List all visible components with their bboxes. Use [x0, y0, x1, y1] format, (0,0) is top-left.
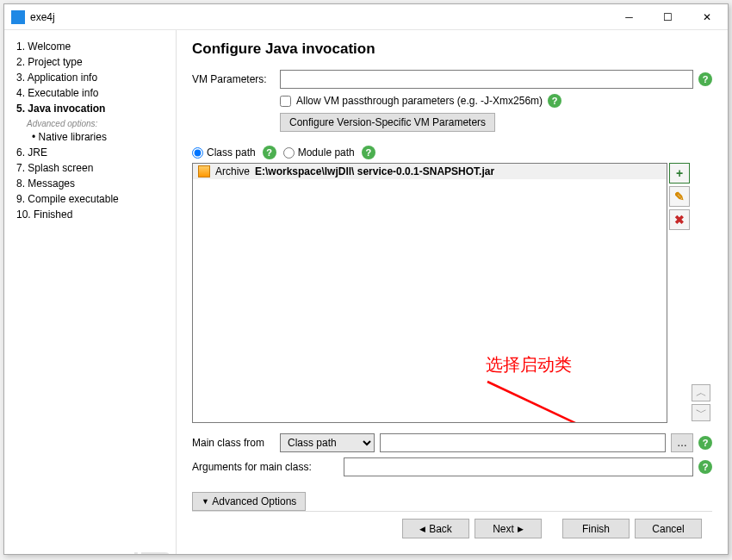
close-button[interactable]: ✕ — [687, 5, 726, 29]
configure-version-vm-button[interactable]: Configure Version-Specific VM Parameters — [280, 113, 495, 132]
help-icon[interactable]: ? — [698, 72, 712, 86]
watermark: exe4j — [127, 549, 171, 554]
archive-path: E:\workspace\lwjDll\ service-0.0.1-SNAPS… — [255, 165, 494, 177]
main-class-label: Main class from — [192, 437, 275, 449]
edit-classpath-button[interactable]: ✎ — [669, 186, 690, 207]
nav-project-type[interactable]: 2. Project type — [11, 54, 169, 70]
archive-prefix: Archive — [215, 165, 250, 177]
footer: ◀Back Next▶ Finish Cancel — [192, 511, 712, 545]
back-button[interactable]: ◀Back — [402, 519, 469, 538]
svg-line-0 — [487, 382, 634, 423]
classpath-listbox[interactable]: Archive E:\workspace\lwjDll\ service-0.0… — [192, 163, 667, 423]
classpath-entry[interactable]: Archive E:\workspace\lwjDll\ service-0.0… — [193, 164, 667, 179]
nav-executable-info[interactable]: 4. Executable info — [11, 85, 169, 101]
page-title: Configure Java invocation — [192, 40, 712, 58]
minimize-button[interactable]: ─ — [610, 5, 648, 29]
help-icon[interactable]: ? — [698, 436, 712, 450]
arguments-input[interactable] — [344, 457, 693, 476]
app-window: exe4j ─ ☐ ✕ 1. Welcome 2. Project type 3… — [3, 3, 729, 555]
nav-java-invocation[interactable]: 5. Java invocation — [11, 101, 169, 116]
vm-passthrough-checkbox[interactable] — [280, 96, 291, 107]
advanced-options-label: Advanced options: — [11, 116, 169, 129]
titlebar: exe4j ─ ☐ ✕ — [4, 4, 728, 30]
body: 1. Welcome 2. Project type 3. Applicatio… — [4, 30, 728, 554]
next-button[interactable]: Next▶ — [475, 519, 542, 538]
main-class-input[interactable] — [380, 433, 666, 452]
advanced-options-button[interactable]: ▼ Advanced Options — [192, 492, 306, 511]
nav-messages[interactable]: 8. Messages — [11, 176, 169, 191]
nav-splash-screen[interactable]: 7. Splash screen — [11, 160, 169, 176]
class-path-radio-label[interactable]: Class path — [192, 146, 256, 159]
help-icon[interactable]: ? — [698, 460, 712, 474]
jar-icon — [198, 165, 210, 177]
sidebar: 1. Welcome 2. Project type 3. Applicatio… — [4, 30, 177, 554]
nav-compile-executable[interactable]: 9. Compile executable — [11, 191, 169, 207]
move-up-button[interactable]: ︿ — [692, 384, 710, 401]
move-down-button[interactable]: ﹀ — [692, 404, 710, 421]
help-icon[interactable]: ? — [548, 94, 561, 108]
help-icon[interactable]: ? — [263, 146, 276, 159]
window-title: exe4j — [30, 11, 610, 23]
app-icon — [11, 10, 25, 24]
help-icon[interactable]: ? — [362, 146, 375, 159]
module-path-radio[interactable] — [283, 147, 295, 159]
add-classpath-button[interactable]: + — [669, 163, 690, 184]
maximize-button[interactable]: ☐ — [648, 5, 687, 29]
delete-classpath-button[interactable]: ✖ — [669, 209, 690, 230]
arguments-label: Arguments for main class: — [192, 461, 338, 473]
nav-jre[interactable]: 6. JRE — [11, 145, 169, 160]
nav-native-libraries[interactable]: • Native libraries — [11, 129, 169, 145]
nav-finished[interactable]: 10. Finished — [11, 207, 169, 222]
vm-parameters-label: VM Parameters: — [192, 73, 275, 85]
annotation-arrow — [462, 377, 651, 423]
nav-application-info[interactable]: 3. Application info — [11, 70, 169, 85]
browse-main-class-button[interactable]: … — [671, 433, 693, 452]
cancel-button[interactable]: Cancel — [635, 519, 702, 538]
finish-button[interactable]: Finish — [562, 519, 630, 538]
main-class-from-select[interactable]: Class path — [280, 433, 375, 452]
module-path-radio-label[interactable]: Module path — [283, 146, 355, 159]
vm-parameters-input[interactable] — [280, 70, 693, 89]
nav-welcome[interactable]: 1. Welcome — [11, 39, 169, 54]
vm-passthrough-label: Allow VM passthrough parameters (e.g. -J… — [296, 95, 543, 107]
chevron-down-icon: ▼ — [202, 497, 209, 506]
class-path-radio[interactable] — [192, 147, 203, 159]
annotation-text: 选择启动类 — [486, 353, 572, 376]
main-panel: Configure Java invocation VM Parameters:… — [177, 30, 728, 554]
